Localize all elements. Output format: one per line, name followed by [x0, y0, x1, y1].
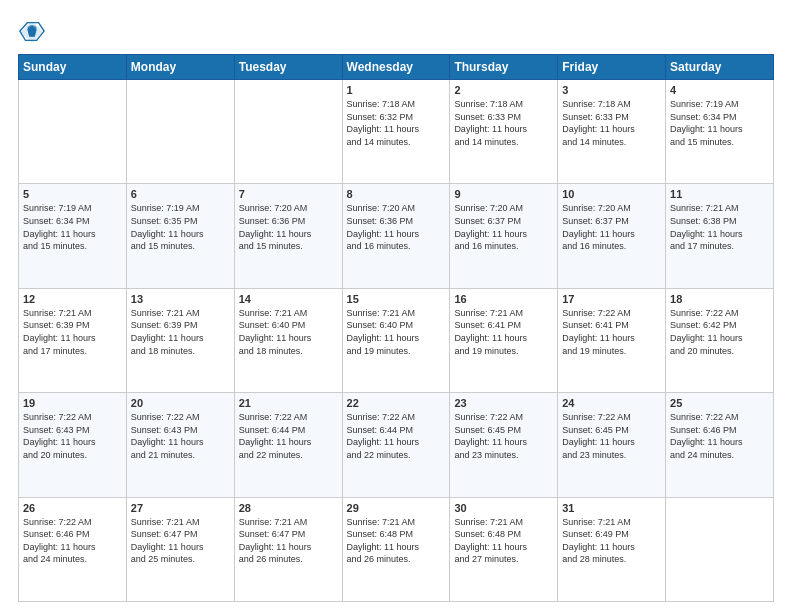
- calendar-cell: 23Sunrise: 7:22 AM Sunset: 6:45 PM Dayli…: [450, 393, 558, 497]
- day-number: 29: [347, 502, 446, 514]
- day-info: Sunrise: 7:21 AM Sunset: 6:41 PM Dayligh…: [454, 307, 553, 357]
- day-number: 24: [562, 397, 661, 409]
- calendar-cell: 5Sunrise: 7:19 AM Sunset: 6:34 PM Daylig…: [19, 184, 127, 288]
- day-info: Sunrise: 7:21 AM Sunset: 6:47 PM Dayligh…: [239, 516, 338, 566]
- calendar-cell: 4Sunrise: 7:19 AM Sunset: 6:34 PM Daylig…: [666, 80, 774, 184]
- calendar-week-row: 1Sunrise: 7:18 AM Sunset: 6:32 PM Daylig…: [19, 80, 774, 184]
- calendar-cell: 27Sunrise: 7:21 AM Sunset: 6:47 PM Dayli…: [126, 497, 234, 601]
- calendar-cell: 2Sunrise: 7:18 AM Sunset: 6:33 PM Daylig…: [450, 80, 558, 184]
- day-info: Sunrise: 7:20 AM Sunset: 6:37 PM Dayligh…: [454, 202, 553, 252]
- calendar-cell: 3Sunrise: 7:18 AM Sunset: 6:33 PM Daylig…: [558, 80, 666, 184]
- calendar-cell: 31Sunrise: 7:21 AM Sunset: 6:49 PM Dayli…: [558, 497, 666, 601]
- calendar-cell: 12Sunrise: 7:21 AM Sunset: 6:39 PM Dayli…: [19, 288, 127, 392]
- day-info: Sunrise: 7:18 AM Sunset: 6:33 PM Dayligh…: [562, 98, 661, 148]
- day-number: 20: [131, 397, 230, 409]
- day-info: Sunrise: 7:22 AM Sunset: 6:46 PM Dayligh…: [670, 411, 769, 461]
- calendar-cell: 21Sunrise: 7:22 AM Sunset: 6:44 PM Dayli…: [234, 393, 342, 497]
- day-number: 14: [239, 293, 338, 305]
- day-info: Sunrise: 7:20 AM Sunset: 6:37 PM Dayligh…: [562, 202, 661, 252]
- day-info: Sunrise: 7:19 AM Sunset: 6:34 PM Dayligh…: [670, 98, 769, 148]
- day-number: 5: [23, 188, 122, 200]
- calendar-cell: 28Sunrise: 7:21 AM Sunset: 6:47 PM Dayli…: [234, 497, 342, 601]
- day-number: 16: [454, 293, 553, 305]
- day-info: Sunrise: 7:21 AM Sunset: 6:49 PM Dayligh…: [562, 516, 661, 566]
- weekday-header: Tuesday: [234, 55, 342, 80]
- weekday-header: Sunday: [19, 55, 127, 80]
- day-info: Sunrise: 7:21 AM Sunset: 6:48 PM Dayligh…: [347, 516, 446, 566]
- day-number: 8: [347, 188, 446, 200]
- header: [18, 18, 774, 46]
- day-info: Sunrise: 7:21 AM Sunset: 6:39 PM Dayligh…: [23, 307, 122, 357]
- calendar-cell: 22Sunrise: 7:22 AM Sunset: 6:44 PM Dayli…: [342, 393, 450, 497]
- day-number: 28: [239, 502, 338, 514]
- day-info: Sunrise: 7:21 AM Sunset: 6:38 PM Dayligh…: [670, 202, 769, 252]
- calendar-cell: [666, 497, 774, 601]
- day-number: 15: [347, 293, 446, 305]
- day-number: 7: [239, 188, 338, 200]
- day-info: Sunrise: 7:22 AM Sunset: 6:43 PM Dayligh…: [131, 411, 230, 461]
- day-number: 9: [454, 188, 553, 200]
- calendar-cell: 29Sunrise: 7:21 AM Sunset: 6:48 PM Dayli…: [342, 497, 450, 601]
- day-info: Sunrise: 7:22 AM Sunset: 6:46 PM Dayligh…: [23, 516, 122, 566]
- calendar-cell: 25Sunrise: 7:22 AM Sunset: 6:46 PM Dayli…: [666, 393, 774, 497]
- calendar-body: 1Sunrise: 7:18 AM Sunset: 6:32 PM Daylig…: [19, 80, 774, 602]
- day-number: 4: [670, 84, 769, 96]
- day-info: Sunrise: 7:22 AM Sunset: 6:44 PM Dayligh…: [239, 411, 338, 461]
- day-number: 31: [562, 502, 661, 514]
- calendar-cell: 11Sunrise: 7:21 AM Sunset: 6:38 PM Dayli…: [666, 184, 774, 288]
- day-number: 21: [239, 397, 338, 409]
- weekday-header: Friday: [558, 55, 666, 80]
- day-info: Sunrise: 7:21 AM Sunset: 6:48 PM Dayligh…: [454, 516, 553, 566]
- logo: [18, 18, 50, 46]
- logo-icon: [18, 18, 46, 46]
- day-number: 23: [454, 397, 553, 409]
- day-info: Sunrise: 7:22 AM Sunset: 6:45 PM Dayligh…: [562, 411, 661, 461]
- calendar-cell: 15Sunrise: 7:21 AM Sunset: 6:40 PM Dayli…: [342, 288, 450, 392]
- calendar-cell: 26Sunrise: 7:22 AM Sunset: 6:46 PM Dayli…: [19, 497, 127, 601]
- day-number: 27: [131, 502, 230, 514]
- day-info: Sunrise: 7:22 AM Sunset: 6:43 PM Dayligh…: [23, 411, 122, 461]
- weekday-header: Thursday: [450, 55, 558, 80]
- day-number: 10: [562, 188, 661, 200]
- day-number: 2: [454, 84, 553, 96]
- calendar-cell: [234, 80, 342, 184]
- calendar-cell: 16Sunrise: 7:21 AM Sunset: 6:41 PM Dayli…: [450, 288, 558, 392]
- calendar-cell: 13Sunrise: 7:21 AM Sunset: 6:39 PM Dayli…: [126, 288, 234, 392]
- calendar-week-row: 5Sunrise: 7:19 AM Sunset: 6:34 PM Daylig…: [19, 184, 774, 288]
- calendar-week-row: 12Sunrise: 7:21 AM Sunset: 6:39 PM Dayli…: [19, 288, 774, 392]
- page: SundayMondayTuesdayWednesdayThursdayFrid…: [0, 0, 792, 612]
- day-number: 17: [562, 293, 661, 305]
- calendar-cell: [19, 80, 127, 184]
- calendar-cell: 8Sunrise: 7:20 AM Sunset: 6:36 PM Daylig…: [342, 184, 450, 288]
- day-number: 18: [670, 293, 769, 305]
- day-info: Sunrise: 7:20 AM Sunset: 6:36 PM Dayligh…: [347, 202, 446, 252]
- calendar-cell: 14Sunrise: 7:21 AM Sunset: 6:40 PM Dayli…: [234, 288, 342, 392]
- day-info: Sunrise: 7:21 AM Sunset: 6:39 PM Dayligh…: [131, 307, 230, 357]
- day-info: Sunrise: 7:21 AM Sunset: 6:47 PM Dayligh…: [131, 516, 230, 566]
- day-info: Sunrise: 7:19 AM Sunset: 6:35 PM Dayligh…: [131, 202, 230, 252]
- calendar-cell: 20Sunrise: 7:22 AM Sunset: 6:43 PM Dayli…: [126, 393, 234, 497]
- weekday-header-row: SundayMondayTuesdayWednesdayThursdayFrid…: [19, 55, 774, 80]
- day-number: 30: [454, 502, 553, 514]
- day-number: 22: [347, 397, 446, 409]
- day-number: 25: [670, 397, 769, 409]
- day-number: 19: [23, 397, 122, 409]
- day-info: Sunrise: 7:20 AM Sunset: 6:36 PM Dayligh…: [239, 202, 338, 252]
- calendar-cell: 24Sunrise: 7:22 AM Sunset: 6:45 PM Dayli…: [558, 393, 666, 497]
- day-info: Sunrise: 7:21 AM Sunset: 6:40 PM Dayligh…: [347, 307, 446, 357]
- day-info: Sunrise: 7:18 AM Sunset: 6:32 PM Dayligh…: [347, 98, 446, 148]
- calendar-cell: 17Sunrise: 7:22 AM Sunset: 6:41 PM Dayli…: [558, 288, 666, 392]
- calendar-cell: 6Sunrise: 7:19 AM Sunset: 6:35 PM Daylig…: [126, 184, 234, 288]
- day-number: 6: [131, 188, 230, 200]
- day-info: Sunrise: 7:22 AM Sunset: 6:44 PM Dayligh…: [347, 411, 446, 461]
- day-number: 1: [347, 84, 446, 96]
- calendar-cell: 9Sunrise: 7:20 AM Sunset: 6:37 PM Daylig…: [450, 184, 558, 288]
- calendar-cell: 10Sunrise: 7:20 AM Sunset: 6:37 PM Dayli…: [558, 184, 666, 288]
- day-info: Sunrise: 7:21 AM Sunset: 6:40 PM Dayligh…: [239, 307, 338, 357]
- day-info: Sunrise: 7:22 AM Sunset: 6:45 PM Dayligh…: [454, 411, 553, 461]
- day-info: Sunrise: 7:22 AM Sunset: 6:41 PM Dayligh…: [562, 307, 661, 357]
- calendar-cell: [126, 80, 234, 184]
- calendar-cell: 18Sunrise: 7:22 AM Sunset: 6:42 PM Dayli…: [666, 288, 774, 392]
- day-number: 12: [23, 293, 122, 305]
- day-number: 13: [131, 293, 230, 305]
